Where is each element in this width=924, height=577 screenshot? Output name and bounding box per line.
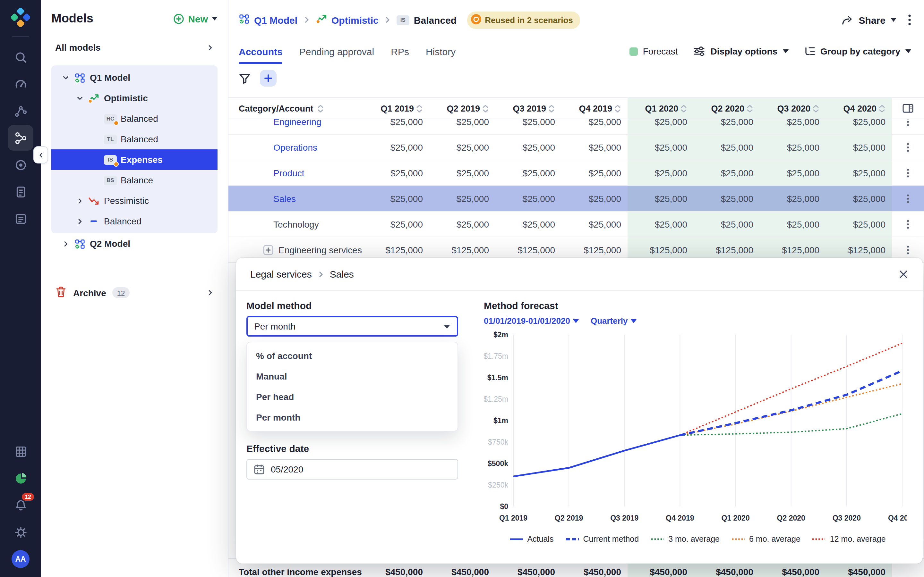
method-option-per-month[interactable]: Per month: [247, 407, 457, 428]
gear-icon[interactable]: [8, 519, 33, 545]
document-icon[interactable]: [8, 179, 33, 205]
value-cell[interactable]: $25,000: [429, 160, 495, 185]
sidebar-item-balance[interactable]: BSBalance: [51, 170, 218, 190]
pie-chart-icon[interactable]: [8, 466, 33, 491]
column-header-q2-2019[interactable]: Q2 2019: [429, 98, 495, 119]
flow-icon[interactable]: [8, 98, 33, 124]
search-icon[interactable]: [8, 44, 33, 70]
account-name[interactable]: Sales: [273, 193, 296, 203]
tab-history[interactable]: History: [426, 37, 456, 65]
user-avatar[interactable]: AA: [11, 550, 29, 568]
value-cell[interactable]: $25,000: [495, 135, 561, 160]
value-cell[interactable]: $25,000: [694, 119, 760, 134]
sidebar-item-balanced[interactable]: HCBalanced: [51, 108, 218, 129]
collapse-sidebar-button[interactable]: [33, 146, 48, 163]
chevron-right-icon[interactable]: [76, 197, 83, 204]
sidebar-item-optimistic[interactable]: Optimistic: [51, 88, 218, 108]
value-cell[interactable]: $25,000: [694, 135, 760, 160]
value-cell[interactable]: $25,000: [826, 186, 892, 211]
value-cell[interactable]: $25,000: [760, 135, 826, 160]
value-cell[interactable]: $25,000: [363, 119, 429, 134]
breadcrumb-scenario[interactable]: Optimistic: [315, 14, 379, 26]
tab-rps[interactable]: RPs: [391, 37, 409, 65]
grid-icon[interactable]: [8, 438, 33, 464]
value-cell[interactable]: $25,000: [495, 186, 561, 211]
display-options-button[interactable]: Display options: [693, 46, 788, 56]
chevron-down-icon[interactable]: [76, 95, 83, 102]
account-name[interactable]: Engineering: [273, 119, 321, 127]
breadcrumb-model[interactable]: Q1 Model: [239, 13, 297, 26]
sidebar-item-expenses[interactable]: ISExpenses: [51, 149, 218, 170]
account-name[interactable]: Operations: [273, 142, 317, 152]
sidebar-item-pessimistic[interactable]: Pessimistic: [51, 190, 218, 211]
method-option-per-head[interactable]: Per head: [247, 387, 457, 407]
model-method-select[interactable]: Per month: [246, 316, 458, 337]
value-cell[interactable]: $25,000: [628, 211, 694, 237]
value-cell[interactable]: $25,000: [495, 211, 561, 237]
column-header-q2-2020[interactable]: Q2 2020: [694, 98, 760, 119]
sidebar-item-balanced[interactable]: Balanced: [51, 211, 218, 231]
date-range-select[interactable]: 01/01/2019-01/01/2020: [484, 316, 579, 326]
value-cell[interactable]: $25,000: [429, 135, 495, 160]
chevron-right-icon[interactable]: [61, 240, 69, 247]
sidebar-item-balanced[interactable]: TLBalanced: [51, 129, 218, 149]
sidebar-item-q2-model[interactable]: Q2 Model: [51, 234, 218, 254]
value-cell[interactable]: $25,000: [628, 186, 694, 211]
row-menu-button[interactable]: [904, 119, 912, 129]
account-name[interactable]: Product: [273, 168, 304, 178]
value-cell[interactable]: $25,000: [628, 160, 694, 185]
group-by-button[interactable]: Group by category: [804, 46, 911, 56]
column-header-q3-2019[interactable]: Q3 2019: [495, 98, 561, 119]
column-settings-button[interactable]: [892, 98, 924, 119]
filter-icon[interactable]: [239, 73, 251, 84]
row-menu-button[interactable]: [904, 165, 912, 181]
bell-icon[interactable]: 12: [8, 492, 33, 518]
share-button[interactable]: Share: [842, 15, 897, 25]
target-icon[interactable]: [8, 152, 33, 177]
column-header-q3-2020[interactable]: Q3 2020: [760, 98, 826, 119]
modal-breadcrumb-parent[interactable]: Legal services: [250, 269, 312, 279]
value-cell[interactable]: $25,000: [561, 211, 628, 237]
column-header-q4-2019[interactable]: Q4 2019: [561, 98, 628, 119]
sidebar-item-archive[interactable]: Archive 12: [51, 281, 218, 305]
row-menu-button[interactable]: [904, 216, 912, 232]
row-menu-button[interactable]: [904, 139, 912, 155]
close-icon[interactable]: [898, 269, 909, 279]
value-cell[interactable]: $25,000: [363, 211, 429, 237]
chevron-down-icon[interactable]: [61, 74, 69, 81]
method-option-of-account[interactable]: % of account: [247, 346, 457, 366]
value-cell[interactable]: $25,000: [561, 186, 628, 211]
value-cell[interactable]: $25,000: [363, 135, 429, 160]
value-cell[interactable]: $25,000: [429, 211, 495, 237]
column-header-q1-2020[interactable]: Q1 2020: [628, 98, 694, 119]
sidebar-item-all-models[interactable]: All models: [51, 40, 218, 55]
value-cell[interactable]: $25,000: [826, 135, 892, 160]
value-cell[interactable]: $25,000: [826, 119, 892, 134]
more-menu-button[interactable]: [908, 14, 911, 26]
value-cell[interactable]: $25,000: [561, 119, 628, 134]
value-cell[interactable]: $25,000: [429, 186, 495, 211]
value-cell[interactable]: $25,000: [363, 186, 429, 211]
value-cell[interactable]: $25,000: [628, 119, 694, 134]
value-cell[interactable]: $25,000: [826, 211, 892, 237]
column-header-category-account[interactable]: Category/Account: [228, 98, 363, 119]
row-menu-button[interactable]: [904, 191, 912, 206]
value-cell[interactable]: $25,000: [694, 160, 760, 185]
value-cell[interactable]: $25,000: [760, 160, 826, 185]
value-cell[interactable]: $25,000: [363, 160, 429, 185]
value-cell[interactable]: $25,000: [760, 186, 826, 211]
method-option-manual[interactable]: Manual: [247, 366, 457, 387]
tab-accounts[interactable]: Accounts: [239, 37, 283, 65]
value-cell[interactable]: $25,000: [561, 160, 628, 185]
chevron-right-icon[interactable]: [76, 218, 83, 225]
value-cell[interactable]: $25,000: [561, 135, 628, 160]
column-header-q4-2020[interactable]: Q4 2020: [826, 98, 892, 119]
value-cell[interactable]: $25,000: [826, 160, 892, 185]
value-cell[interactable]: $25,000: [495, 119, 561, 134]
effective-date-input[interactable]: 05/2020: [246, 459, 458, 480]
network-icon[interactable]: [8, 125, 33, 151]
value-cell[interactable]: $25,000: [429, 119, 495, 134]
value-cell[interactable]: $25,000: [760, 211, 826, 237]
expand-row-button[interactable]: [263, 245, 273, 255]
value-cell[interactable]: $25,000: [694, 186, 760, 211]
